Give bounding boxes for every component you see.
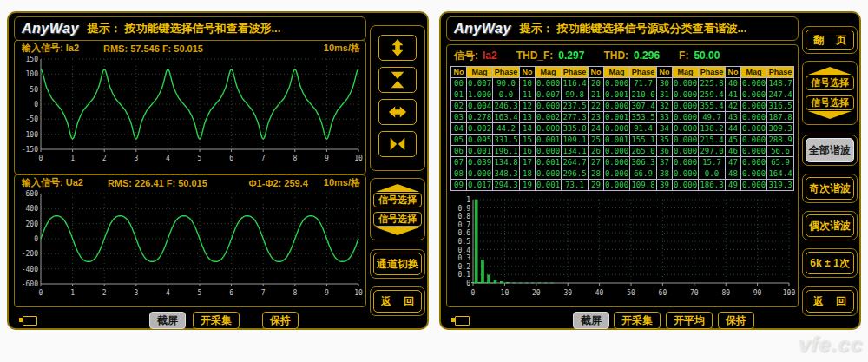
horizontal-compress-button[interactable] xyxy=(378,131,417,157)
page-flip-button[interactable]: 翻 页 xyxy=(802,26,858,54)
waveform-screen-panel: AnyWay 提示： 按功能键选择信号和查看波形... 输入信号: Ia2 RM… xyxy=(7,11,429,330)
harmonic-mag: 0.000 xyxy=(536,168,562,180)
scope-ia2-info: 输入信号: Ia2 RMS: 57.546 F: 50.015 10ms/格 xyxy=(15,41,365,56)
svg-text:7: 7 xyxy=(261,289,266,297)
svg-text:150: 150 xyxy=(26,56,39,63)
svg-text:2: 2 xyxy=(102,289,107,297)
svg-text:10: 10 xyxy=(354,155,363,162)
harmonic-no: 29 xyxy=(589,180,604,191)
svg-text:50: 50 xyxy=(30,86,38,94)
svg-text:600: 600 xyxy=(26,190,39,198)
start-acquisition-button[interactable]: 开采集 xyxy=(614,312,661,329)
signal-select-up-button[interactable]: 信号选择 xyxy=(806,64,854,93)
svg-text:6: 6 xyxy=(229,289,233,297)
screenshot-button[interactable]: 截屏 xyxy=(149,312,186,329)
hold-label: 保持 xyxy=(726,313,746,328)
table-row: 050.095331.5150.001109.1250.001155.1350.… xyxy=(451,135,794,146)
harmonic-no: 38 xyxy=(657,168,673,180)
svg-text:100: 100 xyxy=(783,289,796,297)
screenshot-button[interactable]: 截屏 xyxy=(573,312,609,329)
col-header-no: No xyxy=(726,67,741,78)
vertical-expand-button[interactable] xyxy=(378,35,417,61)
harmonic-no: 09 xyxy=(451,180,467,191)
scope-phase-diff: Φ1-Φ2: 259.4 xyxy=(249,178,308,188)
harmonic-phase: 265.0 xyxy=(630,146,657,157)
svg-text:0: 0 xyxy=(34,235,38,243)
signal-select-down-button[interactable]: 信号选择 xyxy=(373,209,422,237)
hold-label: 保持 xyxy=(270,313,291,328)
even-harmonics-button[interactable]: 偶次谐波 xyxy=(802,211,858,240)
start-acquisition-button[interactable]: 开采集 xyxy=(193,312,240,329)
svg-text:10: 10 xyxy=(354,289,363,297)
triangle-down-icon xyxy=(808,111,852,119)
svg-text:20: 20 xyxy=(532,289,541,297)
start-average-button[interactable]: 开平均 xyxy=(666,312,713,329)
harmonic-mag: 0.000 xyxy=(673,135,699,146)
harmonic-no: 45 xyxy=(726,135,741,146)
start-average-label: 开平均 xyxy=(674,313,705,328)
signal-label: 信号: xyxy=(454,49,478,63)
table-row: 030.278163.4130.002277.3230.001353.5330.… xyxy=(451,112,794,123)
harmonic-no: 36 xyxy=(657,146,673,157)
harmonic-phase: 73.1 xyxy=(562,180,589,191)
svg-text:8: 8 xyxy=(293,155,297,162)
harmonic-phase: 0.0 xyxy=(699,168,726,180)
harmonic-mag: 0.000 xyxy=(741,146,767,157)
harmonic-mag: 0.017 xyxy=(467,180,493,191)
back-button[interactable]: 返 回 xyxy=(802,286,858,316)
signal-select-up-button[interactable]: 信号选择 xyxy=(373,181,422,209)
svg-text:8: 8 xyxy=(293,289,297,297)
svg-text:5: 5 xyxy=(198,155,202,162)
vertical-compress-button[interactable] xyxy=(378,67,417,93)
all-harmonics-button[interactable]: 全部谐波 xyxy=(802,135,858,166)
harmonic-phase: 348.3 xyxy=(493,168,520,180)
all-harmonics-label: 全部谐波 xyxy=(806,138,854,162)
harmonic-phase: 277.3 xyxy=(562,112,589,123)
harmonic-mag: 0.000 xyxy=(673,157,699,168)
back-button[interactable]: 返 回 xyxy=(370,286,425,316)
harmonic-mag: 0.000 xyxy=(604,78,630,89)
harmonic-mag: 0.000 xyxy=(604,157,630,168)
hold-button[interactable]: 保持 xyxy=(718,312,754,329)
harmonic-mag: 0.001 xyxy=(536,135,562,146)
harmonic-phase: 99.8 xyxy=(562,89,589,101)
channel-switch-button[interactable]: 通道切换 xyxy=(370,249,425,279)
harmonic-no: 20 xyxy=(589,78,604,89)
harmonic-phase: 148.7 xyxy=(767,78,794,89)
harmonic-phase: 210.0 xyxy=(630,89,657,101)
table-row: 080.000348.3180.000296.5280.00066.9380.0… xyxy=(451,168,794,180)
signal-select-group: 信号选择 信号选择 xyxy=(370,178,425,240)
svg-text:60: 60 xyxy=(659,289,667,297)
harmonic-no: 22 xyxy=(589,101,604,112)
harmonic-no: 25 xyxy=(589,135,604,146)
harmonic-no: 06 xyxy=(451,146,467,157)
harmonic-no: 44 xyxy=(726,123,741,135)
hold-button[interactable]: 保持 xyxy=(262,312,299,329)
odd-harmonics-label: 奇次谐波 xyxy=(806,177,854,200)
six-k-harmonics-button[interactable]: 6k ± 1次 xyxy=(802,248,858,278)
harmonic-no: 10 xyxy=(520,78,536,89)
scope-signal-label: 输入信号: Ua2 xyxy=(22,176,83,189)
harmonic-phase: 264.7 xyxy=(562,157,589,168)
svg-text:-400: -400 xyxy=(22,266,38,273)
harmonic-mag: 0.000 xyxy=(741,180,767,191)
col-header-phase: Phase xyxy=(630,67,657,78)
harmonic-phase: 237.5 xyxy=(562,101,589,112)
svg-text:40: 40 xyxy=(595,289,604,297)
svg-text:90: 90 xyxy=(753,289,762,297)
horizontal-expand-button[interactable] xyxy=(378,99,417,125)
watermark: vfe.cc xyxy=(799,332,863,357)
back-label: 返 xyxy=(381,294,391,309)
harmonics-table: NoMagPhaseNoMagPhaseNoMagPhaseNoMagPhase… xyxy=(450,66,794,191)
harmonic-no: 26 xyxy=(589,146,604,157)
harmonic-mag: 0.007 xyxy=(467,78,493,89)
harmonic-phase: 335.8 xyxy=(562,123,589,135)
harmonic-phase: 134.1 xyxy=(562,146,589,157)
harmonic-no: 40 xyxy=(726,78,741,89)
signal-select-down-button[interactable]: 信号选择 xyxy=(806,93,854,122)
table-row: 060.001196.1160.000134.1260.000265.0360.… xyxy=(451,146,794,157)
harmonic-mag: 0.001 xyxy=(604,89,630,101)
harmonic-mag: 0.000 xyxy=(741,123,767,135)
col-header-phase: Phase xyxy=(699,67,726,78)
odd-harmonics-button[interactable]: 奇次谐波 xyxy=(802,174,858,203)
